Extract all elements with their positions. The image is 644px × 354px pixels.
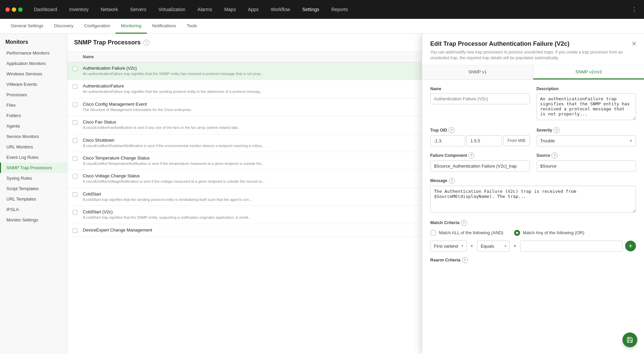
trap-list-help-icon[interactable]: ? <box>143 40 149 46</box>
subnav-discovery[interactable]: Discovery <box>49 19 79 34</box>
sidebar-item-vmware-events[interactable]: VMware Events <box>0 79 67 90</box>
nav-item-apps[interactable]: Apps <box>242 0 265 19</box>
severity-select-wrapper: Trouble Critical Warning Info <box>537 135 636 146</box>
description-label: Description <box>537 86 636 91</box>
radio-option-and[interactable]: Match ALL of the following (AND) <box>430 230 503 236</box>
sidebar-item-syslog-rules[interactable]: Syslog Rules <box>0 173 67 183</box>
sidebar-item-files[interactable]: Files <box>0 100 67 110</box>
message-help-icon[interactable]: ? <box>449 178 455 184</box>
snmp-tab-v1[interactable]: SNMP v1 <box>422 65 533 79</box>
rearm-criteria-help-icon[interactable]: ? <box>462 257 468 263</box>
nav-item-reports[interactable]: Reports <box>325 0 354 19</box>
message-textarea[interactable]: The Authentication Failure (V2c) trap is… <box>430 186 636 213</box>
add-criteria-button[interactable]: + <box>625 241 636 251</box>
radio-group: Match ALL of the following (AND) Match A… <box>430 230 636 236</box>
save-icon <box>626 337 633 343</box>
nav-item-network[interactable]: Network <box>95 0 124 19</box>
oid-part2-input[interactable] <box>467 135 502 146</box>
failure-component-help-icon[interactable]: ? <box>468 152 474 158</box>
minimize-traffic-light[interactable] <box>12 7 16 12</box>
sidebar-item-monitor-settings[interactable]: Monitor Settings <box>0 215 67 225</box>
row-checkbox[interactable] <box>73 138 77 143</box>
severity-help-icon[interactable]: ? <box>553 127 560 133</box>
sidebar-item-ipsla[interactable]: IPSLA <box>0 204 67 215</box>
sidebar-item-service-monitors[interactable]: Service Monitors <box>0 131 67 142</box>
nav-item-maps[interactable]: Maps <box>218 0 242 19</box>
sidebar: Monitors Performance Monitors Applicatio… <box>0 34 67 354</box>
row-checkbox[interactable] <box>73 192 77 197</box>
trap-list-title: SNMP Trap Processors <box>74 39 141 46</box>
row-checkbox[interactable] <box>73 102 77 107</box>
edit-panel: Edit Trap Processor Authentication Failu… <box>422 34 644 354</box>
match-criteria-title: Match Criteria ? <box>430 220 636 226</box>
subnav-notifications[interactable]: Notifications <box>147 19 181 34</box>
nav-item-dashboard[interactable]: Dashboard <box>28 0 63 19</box>
severity-select[interactable]: Trouble Critical Warning Info <box>537 135 636 146</box>
row-checkbox[interactable] <box>73 174 77 179</box>
first-varbind-wrapper: First varbind Any varbind <box>430 241 467 252</box>
name-label: Name <box>430 86 530 91</box>
radio-and-label: Match ALL of the following (AND) <box>439 230 503 235</box>
failure-component-input[interactable] <box>430 161 530 172</box>
maximize-traffic-light[interactable] <box>18 7 23 12</box>
sidebar-item-event-log-rules[interactable]: Event Log Rules <box>0 152 67 163</box>
close-traffic-light[interactable] <box>5 7 10 12</box>
radio-or-label: Match Any of the following (OR) <box>523 230 584 235</box>
dropdown-arrow-icon: ▼ <box>469 244 474 248</box>
col-check-header <box>73 57 83 57</box>
match-criteria-section: Match Criteria ? Match ALL of the follow… <box>430 220 636 252</box>
match-criteria-help-icon[interactable]: ? <box>461 220 467 226</box>
sidebar-item-url-templates[interactable]: URL Templates <box>0 194 67 204</box>
trap-oid-group: Trap OID ? From MIB <box>430 127 530 146</box>
sidebar-item-snmp-trap-processors[interactable]: SNMP Trap Processors <box>0 163 67 173</box>
nav-item-servers[interactable]: Servers <box>124 0 152 19</box>
subnav-general-settings[interactable]: General Settings <box>5 19 49 34</box>
name-input[interactable] <box>430 93 530 104</box>
row-checkbox[interactable] <box>73 156 77 161</box>
subnav-monitoring[interactable]: Monitoring <box>115 19 147 34</box>
trap-oid-label: Trap OID ? <box>430 127 530 133</box>
radio-option-or[interactable]: Match Any of the following (OR) <box>514 230 584 236</box>
subnav-tools[interactable]: Tools <box>181 19 202 34</box>
sidebar-item-performance-monitors[interactable]: Performance Monitors <box>0 48 67 58</box>
snmp-tab-v2c-v3[interactable]: SNMP v2c/v3 <box>533 65 644 79</box>
nav-item-virtualization[interactable]: Virtualization <box>152 0 192 19</box>
nav-item-settings[interactable]: Settings <box>296 0 326 19</box>
criteria-value-input[interactable] <box>520 241 622 252</box>
sidebar-item-processes[interactable]: Processes <box>0 90 67 100</box>
equals-select[interactable]: Equals Contains Starts with Ends with <box>477 241 510 252</box>
sub-navigation: General Settings Discovery Configuration… <box>0 19 644 34</box>
sidebar-item-windows-services[interactable]: Windows Services <box>0 69 67 79</box>
from-mib-button[interactable]: From MIB <box>503 135 530 146</box>
main-layout: Monitors Performance Monitors Applicatio… <box>0 34 644 354</box>
source-help-icon[interactable]: ? <box>551 152 557 158</box>
sidebar-item-folders[interactable]: Folders <box>0 110 67 121</box>
subnav-configuration[interactable]: Configuration <box>79 19 115 34</box>
oid-row: From MIB <box>430 135 530 146</box>
close-button[interactable]: ✕ <box>629 39 639 48</box>
sidebar-item-application-monitors[interactable]: Application Monitors <box>0 58 67 69</box>
failure-source-row: Failure Component ? Source ? <box>430 152 636 172</box>
oid-part1-input[interactable] <box>430 135 465 146</box>
form-content: Name Description Trap OID ? <box>422 80 644 270</box>
first-varbind-select[interactable]: First varbind Any varbind <box>430 241 467 252</box>
trap-oid-help-icon[interactable]: ? <box>448 127 454 133</box>
save-button[interactable] <box>622 332 637 347</box>
more-options-icon[interactable]: ⋮ <box>627 6 641 13</box>
row-checkbox[interactable] <box>73 228 77 233</box>
radio-and-circle <box>430 230 436 236</box>
source-label: Source ? <box>537 152 636 158</box>
sidebar-item-agents[interactable]: Agents <box>0 121 67 131</box>
source-input[interactable] <box>537 161 636 172</box>
row-checkbox[interactable] <box>73 66 77 71</box>
row-checkbox[interactable] <box>73 210 77 215</box>
sidebar-item-script-templates[interactable]: Script Templates <box>0 183 67 194</box>
oid-severity-row: Trap OID ? From MIB Severity ? <box>430 127 636 146</box>
row-checkbox[interactable] <box>73 84 77 89</box>
sidebar-item-url-monitors[interactable]: URL Monitors <box>0 142 67 152</box>
nav-item-inventory[interactable]: Inventory <box>63 0 95 19</box>
nav-item-alarms[interactable]: Alarms <box>192 0 218 19</box>
nav-item-workflow[interactable]: Workflow <box>265 0 296 19</box>
row-checkbox[interactable] <box>73 120 77 125</box>
description-textarea[interactable] <box>537 93 636 120</box>
